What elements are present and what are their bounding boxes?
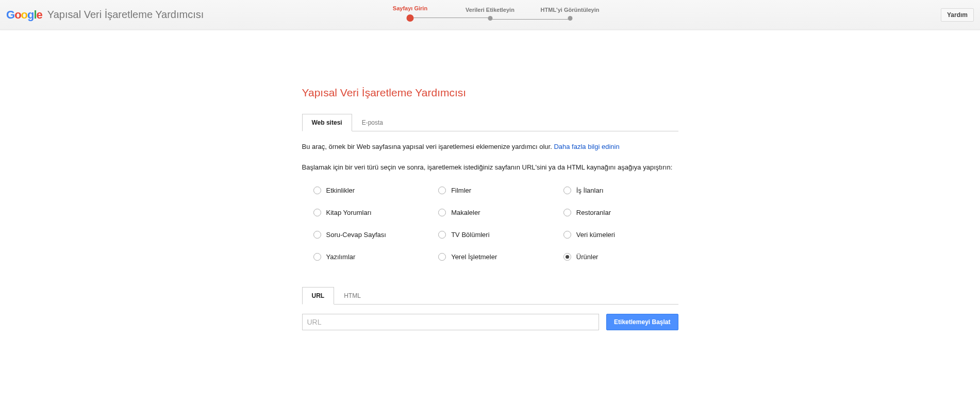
- radio-etkinlikler[interactable]: Etkinlikler: [313, 187, 428, 194]
- app-title: Yapısal Veri İşaretleme Yardımcısı: [47, 9, 204, 21]
- tab-website[interactable]: Web sitesi: [302, 114, 352, 131]
- step-tag-data: Verileri Etiketleyin: [450, 7, 530, 21]
- radio-restoranlar[interactable]: Restoranlar: [563, 209, 678, 216]
- description: Bu araç, örnek bir Web sayfasına yapısal…: [302, 142, 678, 152]
- google-logo: Google: [6, 8, 42, 22]
- instructions: Başlamak için bir veri türü seçin ve son…: [302, 162, 678, 173]
- step-enter-page: Sayfayı Girin: [370, 5, 450, 22]
- step-dot-active: [407, 14, 414, 22]
- url-input[interactable]: [302, 314, 600, 330]
- radio-icon: [313, 209, 321, 216]
- radio-tv-bolumleri[interactable]: TV Bölümleri: [438, 231, 553, 239]
- radio-icon: [563, 231, 571, 239]
- radio-icon: [438, 209, 446, 216]
- radio-icon: [438, 187, 446, 194]
- radio-yerel-isletmeler[interactable]: Yerel İşletmeler: [438, 253, 553, 261]
- input-row: Etiketlemeyi Başlat: [302, 314, 678, 330]
- radio-kitap-yorumlari[interactable]: Kitap Yorumları: [313, 209, 428, 216]
- source-type-tabs: Web sitesi E-posta: [302, 113, 678, 131]
- radio-veri-kumeleri[interactable]: Veri kümeleri: [563, 231, 678, 239]
- radio-yazilimlar[interactable]: Yazılımlar: [313, 253, 428, 261]
- step-view-html: HTML'yi Görüntüleyin: [530, 7, 610, 21]
- radio-icon: [313, 187, 321, 194]
- input-type-tabs: URL HTML: [302, 286, 678, 305]
- step-dot: [488, 16, 492, 21]
- header: Google Yapısal Veri İşaretleme Yardımcıs…: [0, 0, 980, 30]
- data-type-grid: Etkinlikler Filmler İş İlanları Kitap Yo…: [302, 187, 678, 261]
- main-content: Yapısal Veri İşaretleme Yardımcısı Web s…: [302, 30, 678, 330]
- radio-icon: [438, 231, 446, 239]
- radio-urunler[interactable]: Ürünler: [563, 253, 678, 261]
- tab-email[interactable]: E-posta: [352, 114, 393, 131]
- radio-icon: [563, 209, 571, 216]
- radio-icon: [438, 253, 446, 261]
- radio-icon: [563, 187, 571, 194]
- start-tagging-button[interactable]: Etiketlemeyi Başlat: [606, 314, 678, 330]
- radio-icon: [313, 253, 321, 261]
- logo-area: Google Yapısal Veri İşaretleme Yardımcıs…: [6, 8, 204, 22]
- progress-steps: Sayfayı Girin Verileri Etiketleyin HTML'…: [370, 5, 610, 22]
- radio-is-ilanlari[interactable]: İş İlanları: [563, 187, 678, 194]
- tab-html[interactable]: HTML: [334, 287, 371, 305]
- tab-url[interactable]: URL: [302, 287, 335, 305]
- radio-icon: [313, 231, 321, 239]
- radio-makaleler[interactable]: Makaleler: [438, 209, 553, 216]
- radio-soru-cevap[interactable]: Soru-Cevap Sayfası: [313, 231, 428, 239]
- radio-icon-checked: [563, 253, 571, 261]
- learn-more-link[interactable]: Daha fazla bilgi edinin: [554, 143, 619, 150]
- radio-filmler[interactable]: Filmler: [438, 187, 553, 194]
- help-button[interactable]: Yardım: [941, 8, 974, 22]
- step-dot: [568, 16, 572, 21]
- page-title: Yapısal Veri İşaretleme Yardımcısı: [302, 87, 678, 99]
